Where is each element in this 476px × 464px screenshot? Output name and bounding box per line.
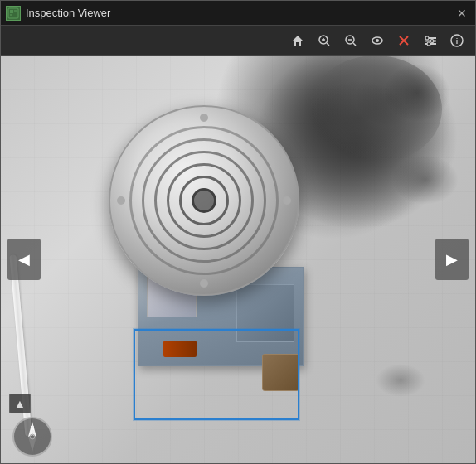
hvac-outer-casing — [109, 105, 299, 296]
compass: N — [12, 417, 52, 457]
remove-button[interactable] — [392, 29, 415, 52]
window-title: Inspection Viewer — [26, 7, 454, 19]
bolt-left — [117, 196, 125, 205]
platform-rust — [163, 341, 197, 357]
bolt-right — [283, 196, 291, 205]
settings-button[interactable] — [419, 29, 442, 52]
app-icon — [6, 6, 21, 21]
svg-text:i: i — [456, 37, 459, 46]
home-button[interactable] — [286, 29, 309, 52]
zoom-up-button[interactable]: ▲ — [9, 394, 31, 413]
svg-point-18 — [425, 36, 429, 40]
zoom-out-button[interactable] — [339, 29, 362, 52]
svg-line-7 — [327, 43, 329, 46]
svg-rect-2 — [14, 10, 17, 12]
photo-container: ◀ ▶ ▲ N — [1, 56, 475, 463]
visibility-button[interactable] — [366, 29, 389, 52]
zoom-controls: ▲ — [9, 394, 31, 413]
bolt-bottom — [200, 279, 208, 288]
svg-point-19 — [430, 39, 434, 42]
nav-arrow-left[interactable]: ◀ — [7, 239, 41, 280]
svg-point-12 — [376, 39, 379, 42]
svg-rect-1 — [10, 10, 13, 13]
inspection-viewer-window: Inspection Viewer ✕ — [0, 0, 476, 464]
info-button[interactable]: i — [445, 29, 469, 52]
bolt-top — [200, 114, 208, 122]
svg-rect-3 — [10, 14, 12, 16]
zoom-in-button[interactable] — [313, 29, 336, 52]
compass-svg: N — [14, 418, 51, 455]
titlebar: Inspection Viewer ✕ — [1, 1, 475, 26]
svg-text:N: N — [30, 425, 34, 431]
roof-stain-2 — [376, 364, 425, 397]
fan-center — [192, 188, 216, 213]
roof-stain-4 — [384, 64, 450, 122]
viewer-area: ◀ ▶ ▲ N — [1, 56, 475, 463]
compass-circle: N — [12, 417, 52, 457]
svg-point-20 — [427, 42, 430, 46]
toolbar: i — [1, 26, 475, 56]
equipment-box — [262, 354, 299, 391]
svg-line-10 — [353, 43, 356, 46]
roof-stain-1 — [392, 155, 459, 205]
nav-arrow-right[interactable]: ▶ — [435, 239, 469, 280]
close-button[interactable]: ✕ — [454, 5, 470, 22]
hvac-unit — [109, 105, 299, 296]
